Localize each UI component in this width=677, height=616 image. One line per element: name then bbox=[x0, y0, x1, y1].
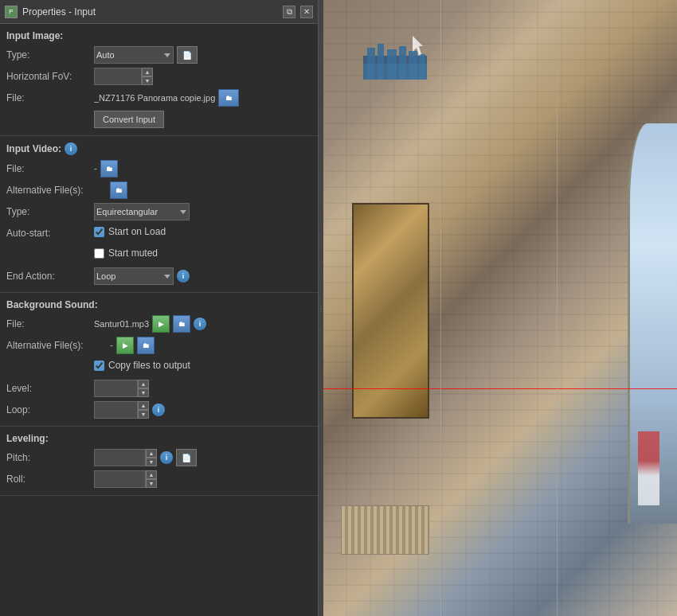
image-file-row: File: _NZ71176 Panorama copie.jpg 🖿 bbox=[6, 89, 311, 107]
loop-row: Loop: 1 ▲ ▼ i bbox=[6, 401, 311, 419]
input-image-header: Input Image: bbox=[6, 30, 311, 41]
hfov-down-button[interactable]: ▼ bbox=[142, 76, 153, 85]
loop-down-button[interactable]: ▼ bbox=[138, 410, 149, 419]
start-muted-checkbox[interactable] bbox=[94, 248, 104, 259]
loop-up-button[interactable]: ▲ bbox=[138, 401, 149, 410]
leveling-header: Leveling: bbox=[6, 433, 311, 444]
video-alt-file-label: Alternative File(s): bbox=[6, 185, 110, 196]
pitch-doc-button[interactable]: 📄 bbox=[176, 449, 197, 466]
roll-input[interactable]: 0.00° bbox=[94, 470, 146, 488]
properties-panel: P Properties - Input ⧉ ✕ Input Image: Ty… bbox=[0, 0, 319, 616]
autostart-row: Auto-start: Start on Load bbox=[6, 224, 311, 242]
level-label: Level: bbox=[6, 383, 94, 394]
level-input[interactable]: 1.00 bbox=[94, 380, 138, 397]
sound-browse-button[interactable]: 🖿 bbox=[173, 315, 190, 333]
minimize-button[interactable]: ⧉ bbox=[283, 6, 295, 18]
sound-alt-file-row: Alternative File(s): - ▶ 🖿 bbox=[6, 337, 311, 354]
hfov-up-button[interactable]: ▲ bbox=[142, 68, 153, 76]
wall-painting bbox=[352, 203, 430, 419]
background-sound-header: Background Sound: bbox=[6, 299, 311, 310]
app-icon: P bbox=[5, 6, 18, 18]
roll-label: Roll: bbox=[6, 474, 94, 485]
video-alt-file-row: Alternative File(s): 🖿 bbox=[6, 181, 311, 199]
pitch-up-button[interactable]: ▲ bbox=[146, 449, 157, 458]
hfov-input[interactable]: 360.0 bbox=[94, 68, 142, 85]
video-file-row: File: - 🖿 bbox=[6, 160, 311, 177]
video-file-dash: - bbox=[94, 163, 97, 174]
crosshair-vertical-1 bbox=[440, 0, 441, 616]
sound-alt-file-label: Alternative File(s): bbox=[6, 340, 110, 351]
end-action-row: End Action: Loop Stop None i bbox=[6, 267, 311, 285]
red-highlight bbox=[638, 431, 659, 505]
sound-file-path: Santur01.mp3 bbox=[94, 319, 149, 329]
video-type-row: Type: Equirectangular Cubemap Auto bbox=[6, 203, 311, 220]
sound-file-label: File: bbox=[6, 318, 94, 329]
convert-row: Convert Input bbox=[6, 111, 311, 128]
end-action-select[interactable]: Loop Stop None bbox=[94, 267, 174, 285]
pitch-down-button[interactable]: ▼ bbox=[146, 458, 157, 466]
crosshair-vertical-2 bbox=[557, 0, 558, 616]
type-doc-button[interactable]: 📄 bbox=[177, 46, 198, 64]
leveling-section: Leveling: Pitch: 0.00° ▲ ▼ i 📄 bbox=[0, 427, 318, 496]
level-down-button[interactable]: ▼ bbox=[138, 388, 149, 397]
panorama-background bbox=[323, 0, 677, 616]
crosshair-horizontal bbox=[323, 388, 677, 389]
end-action-label: End Action: bbox=[6, 271, 94, 282]
background-sound-section: Background Sound: File: Santur01.mp3 ▶ 🖿… bbox=[0, 293, 318, 427]
video-type-label: Type: bbox=[6, 206, 94, 217]
window-title: Properties - Input bbox=[22, 6, 278, 18]
roll-row: Roll: 0.00° ▲ ▼ bbox=[6, 470, 311, 488]
svg-rect-7 bbox=[363, 64, 427, 80]
logo-area bbox=[363, 32, 427, 85]
hfov-row: Horizontal FoV: 360.0 ▲ ▼ bbox=[6, 68, 311, 85]
hfov-spinner: 360.0 ▲ ▼ bbox=[94, 68, 153, 85]
level-up-button[interactable]: ▲ bbox=[138, 380, 149, 388]
start-on-load-label: Start on Load bbox=[108, 226, 166, 237]
loop-info-button[interactable]: i bbox=[152, 404, 165, 416]
radiator bbox=[341, 505, 429, 555]
video-type-select[interactable]: Equirectangular Cubemap Auto bbox=[94, 203, 190, 220]
type-label: Type: bbox=[6, 49, 94, 60]
sound-file-row: File: Santur01.mp3 ▶ 🖿 i bbox=[6, 315, 311, 333]
hfov-label: Horizontal FoV: bbox=[6, 71, 94, 82]
video-file-browse-button[interactable]: 🖿 bbox=[100, 160, 118, 177]
image-file-label: File: bbox=[6, 92, 94, 103]
level-row: Level: 1.00 ▲ ▼ bbox=[6, 380, 311, 397]
type-row: Type: Auto Equirectangular Cubemap 📄 bbox=[6, 46, 311, 64]
close-button[interactable]: ✕ bbox=[300, 6, 313, 18]
sound-info-button[interactable]: i bbox=[194, 318, 206, 330]
sound-alt-dash: - bbox=[110, 340, 113, 351]
input-video-section: Input Video: i File: - 🖿 Alternative Fil… bbox=[0, 136, 318, 293]
image-file-browse-button[interactable]: 🖿 bbox=[218, 89, 239, 107]
roll-down-button[interactable]: ▼ bbox=[146, 479, 157, 488]
copy-files-row: Copy files to output bbox=[6, 358, 311, 376]
convert-input-button[interactable]: Convert Input bbox=[94, 111, 164, 128]
start-on-load-checkbox[interactable] bbox=[94, 227, 104, 237]
type-select[interactable]: Auto Equirectangular Cubemap bbox=[94, 46, 174, 64]
pitch-input[interactable]: 0.00° bbox=[94, 449, 146, 466]
input-image-section: Input Image: Type: Auto Equirectangular … bbox=[0, 24, 318, 136]
sound-play-button[interactable]: ▶ bbox=[152, 315, 170, 333]
pitch-label: Pitch: bbox=[6, 452, 94, 463]
sound-alt-play-button[interactable]: ▶ bbox=[116, 337, 134, 354]
video-alt-file-browse-button[interactable]: 🖿 bbox=[110, 181, 127, 199]
image-file-path: _NZ71176 Panorama copie.jpg bbox=[94, 93, 215, 103]
video-info-button[interactable]: i bbox=[65, 142, 77, 155]
loop-input[interactable]: 1 bbox=[94, 401, 138, 419]
roll-up-button[interactable]: ▲ bbox=[146, 470, 157, 479]
title-bar: P Properties - Input ⧉ ✕ bbox=[0, 0, 318, 24]
autostart-label: Auto-start: bbox=[6, 228, 94, 239]
copy-files-checkbox[interactable] bbox=[94, 361, 104, 371]
start-muted-label: Start muted bbox=[108, 248, 158, 259]
video-file-label: File: bbox=[6, 163, 94, 174]
loop-label: Loop: bbox=[6, 404, 94, 415]
sound-alt-browse-button[interactable]: 🖿 bbox=[137, 337, 155, 354]
copy-files-label: Copy files to output bbox=[108, 360, 190, 371]
city-logo-icon bbox=[363, 32, 427, 80]
panorama-viewer bbox=[323, 0, 677, 616]
end-action-info-button[interactable]: i bbox=[177, 270, 190, 283]
pitch-info-button[interactable]: i bbox=[160, 451, 173, 464]
start-muted-row: Start muted bbox=[6, 246, 311, 263]
input-video-header: Input Video: i bbox=[6, 142, 311, 155]
pitch-row: Pitch: 0.00° ▲ ▼ i 📄 bbox=[6, 449, 311, 466]
